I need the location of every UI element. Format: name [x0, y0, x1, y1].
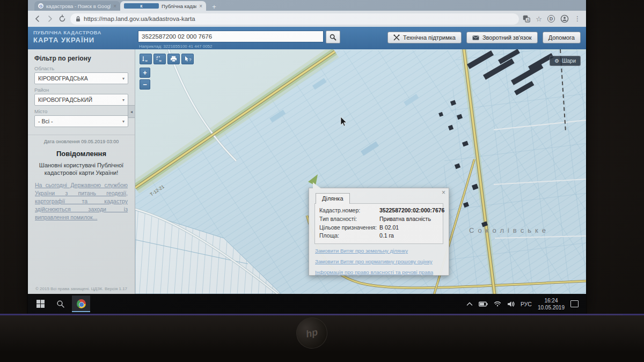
ownership-type-row: Тип власності: Приватна власність: [319, 215, 438, 224]
order-valuation-link[interactable]: Замовити Витяг про нормативну грошову оц…: [315, 258, 443, 264]
feedback-label: Зворотний зв'язок: [482, 34, 532, 41]
network-icon[interactable]: [494, 301, 501, 307]
tab-title: кадастрова - Поиск в Google: [46, 3, 111, 9]
browser-menu-icon[interactable]: ⋮: [574, 15, 581, 23]
measure-length-button[interactable]: м: [140, 54, 152, 64]
popup-links: Замовити Витяг про земельну ділянку Замо…: [309, 244, 449, 275]
layers-button[interactable]: ⚙ Шари: [550, 56, 581, 66]
extension-icon[interactable]: D: [547, 15, 555, 23]
map-canvas[interactable]: Соколівське Т-12-21 м м: [135, 49, 586, 294]
filter-title: Фільтр по регіону: [34, 55, 128, 62]
chevron-down-icon: ▾: [122, 98, 125, 102]
copyright-footer: © 2015 Всі права захищені. ЦДЗК. Версія …: [28, 286, 135, 291]
clock-date: 10.05.2019: [538, 304, 565, 311]
chevron-down-icon: ▾: [122, 76, 125, 81]
search-button[interactable]: [326, 31, 340, 43]
chevron-down-icon: ▾: [122, 119, 125, 124]
zoom-out-button[interactable]: −: [140, 79, 150, 90]
tab-title: Публічна кадастрова карта Укр: [162, 3, 196, 9]
popup-tab-dilyanka[interactable]: Ділянка: [316, 193, 350, 204]
raion-label: Район: [34, 87, 128, 93]
logo-line2: КАРТА УКРАЇНИ: [33, 36, 101, 45]
back-icon[interactable]: [33, 14, 42, 23]
action-center-icon[interactable]: [570, 300, 579, 307]
zoom-in-button[interactable]: +: [140, 68, 150, 78]
raion-value: КІРОВОГРАДСЬКИЙ: [38, 97, 92, 103]
tray-expand-icon[interactable]: [466, 302, 473, 306]
sidebar-collapse-handle[interactable]: ◂: [128, 105, 135, 118]
tech-support-button[interactable]: Технічна підтримка: [387, 32, 462, 43]
clock[interactable]: 16:24 10.05.2019: [538, 297, 565, 311]
taskbar-search-button[interactable]: [52, 295, 70, 312]
sidebar: Фільтр по регіону Область КІРОВОГРАДСЬКА…: [28, 49, 135, 294]
tools-icon: [393, 34, 400, 41]
reload-icon[interactable]: [58, 14, 67, 23]
order-extract-link[interactable]: Замовити Витяг про земельну ділянку: [315, 248, 443, 254]
new-tab-button[interactable]: +: [209, 2, 219, 11]
identify-button[interactable]: ?: [181, 54, 194, 64]
tab-close-icon[interactable]: ×: [113, 3, 116, 9]
browser-tab-cadastral-map[interactable]: К Публічна кадастрова карта Укр ×: [120, 1, 206, 11]
map-toolbar: м м: [140, 54, 194, 64]
help-button[interactable]: Допомога: [543, 32, 581, 43]
url-text: https://map.land.gov.ua/kadastrova-karta: [84, 16, 195, 22]
cadastral-search-input[interactable]: [138, 31, 324, 42]
tab-close-icon[interactable]: ×: [199, 3, 202, 9]
place-label: Соколівське: [469, 226, 550, 234]
ownership-info-link[interactable]: Інформація про право власності та речові…: [315, 269, 443, 275]
gear-icon: ⚙: [554, 58, 559, 64]
google-favicon-icon: G: [38, 3, 43, 9]
volume-icon[interactable]: [507, 301, 515, 307]
battery-icon[interactable]: [479, 301, 488, 307]
address-bar[interactable]: https://map.land.gov.ua/kadastrova-karta: [70, 13, 519, 25]
feedback-button[interactable]: Зворотний зв'язок: [466, 32, 538, 43]
popup-tail: [313, 182, 321, 189]
browser-tabstrip: G кадастрова - Поиск в Google × К Публіч…: [28, 0, 586, 11]
measure-area-icon: м: [156, 56, 163, 62]
field-value: В 02.01: [379, 224, 399, 232]
tech-support-label: Технічна підтримка: [403, 34, 456, 41]
envelope-icon: [472, 35, 479, 40]
misto-select[interactable]: - Всі - ▾: [34, 115, 128, 127]
zoom-controls: + −: [140, 68, 150, 90]
bookmark-star-icon[interactable]: ☆: [536, 15, 542, 23]
parcel-info-popup: × Ділянка Кадастр.номер: 3522587200:02:0…: [309, 188, 449, 276]
oblast-select[interactable]: КІРОВОГРАДСЬКА ▾: [34, 72, 128, 84]
svg-text:м: м: [145, 59, 148, 62]
message-block: Повідомлення Шановні користувачі Публічн…: [28, 146, 135, 225]
message-link[interactable]: На сьогодні Державною службою України з …: [35, 181, 128, 222]
search-hint: Наприклад: 3221655100 41 447 0052: [139, 44, 213, 49]
start-button[interactable]: [31, 295, 49, 312]
cadastral-search: [138, 31, 340, 43]
misto-value: - Всі -: [38, 118, 53, 124]
browser-toolbar: https://map.land.gov.ua/kadastrova-karta…: [28, 11, 586, 27]
measure-length-icon: м: [142, 56, 149, 62]
help-label: Допомога: [548, 34, 575, 41]
taskbar-left: [28, 295, 90, 312]
field-value: 3522587200:02:000:7676: [379, 206, 444, 215]
search-icon: [56, 300, 65, 308]
svg-text:?: ?: [189, 57, 192, 62]
message-title: Повідомлення: [35, 150, 128, 158]
profile-icon[interactable]: [560, 14, 569, 23]
site-logo[interactable]: ПУБЛІЧНА КАДАСТРОВА КАРТА УКРАЇНИ: [33, 29, 101, 45]
browser-tab-google-search[interactable]: G кадастрова - Поиск в Google ×: [34, 1, 120, 11]
forward-icon[interactable]: [46, 14, 54, 23]
laptop-screen: G кадастрова - Поиск в Google × К Публіч…: [28, 0, 586, 314]
field-value: Приватна власність: [379, 215, 431, 224]
logo-line1: ПУБЛІЧНА КАДАСТРОВА: [33, 29, 101, 36]
oblast-value: КІРОВОГРАДСЬКА: [38, 75, 88, 82]
translate-icon[interactable]: A: [523, 15, 530, 23]
header-buttons: Технічна підтримка Зворотний зв'язок Доп…: [387, 32, 581, 43]
measure-area-button[interactable]: м: [153, 54, 166, 64]
update-date: Дата оновлення 09.05.2019 03:00: [28, 135, 135, 146]
purpose-row: Цільове призначення: В 02.01: [319, 224, 438, 232]
raion-select[interactable]: КІРОВОГРАДСЬКИЙ ▾: [34, 94, 128, 106]
identify-cursor-icon: ?: [184, 56, 192, 62]
popup-close-icon[interactable]: ×: [442, 189, 445, 196]
print-button[interactable]: [167, 54, 180, 64]
language-indicator[interactable]: РУС: [521, 301, 532, 307]
search-icon: [330, 34, 336, 41]
field-label: Кадастр.номер:: [319, 206, 379, 215]
taskbar-chrome-button[interactable]: [72, 295, 90, 312]
